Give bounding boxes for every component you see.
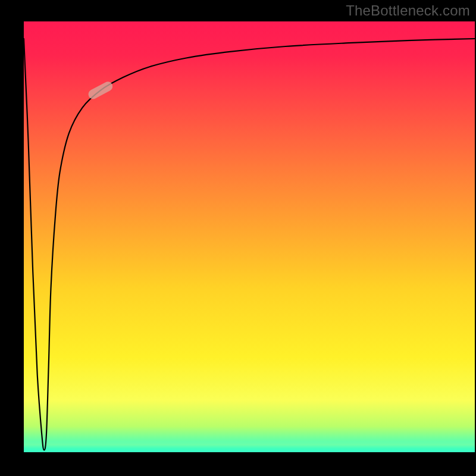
watermark-text: TheBottleneck.com (346, 2, 470, 19)
bottleneck-curve (24, 39, 475, 450)
svg-rect-0 (87, 80, 114, 101)
curve-layer (24, 21, 475, 452)
plot-area (24, 21, 475, 452)
curve-marker (87, 80, 114, 101)
chart-frame: TheBottleneck.com (0, 0, 476, 476)
